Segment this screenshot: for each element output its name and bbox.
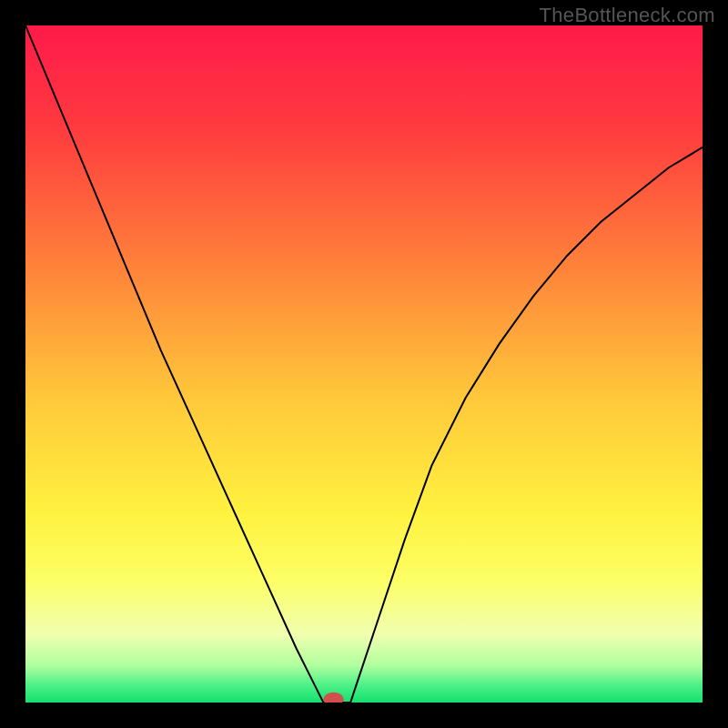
gradient-rect (25, 25, 703, 703)
chart-svg (25, 25, 703, 703)
chart-frame: TheBottleneck.com (0, 0, 728, 728)
plot-area (25, 25, 703, 703)
watermark-text: TheBottleneck.com (540, 4, 715, 27)
